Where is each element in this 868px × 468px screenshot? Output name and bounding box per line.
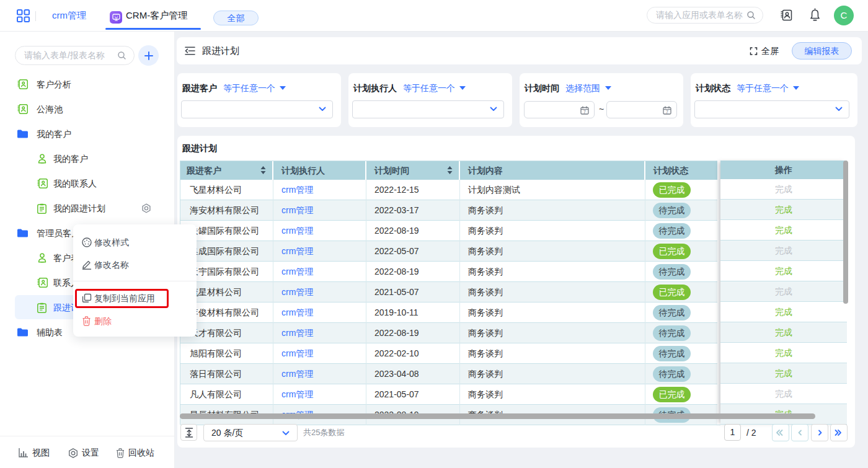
svg-text:7: 7 xyxy=(583,110,586,114)
svg-text:7: 7 xyxy=(666,110,668,114)
